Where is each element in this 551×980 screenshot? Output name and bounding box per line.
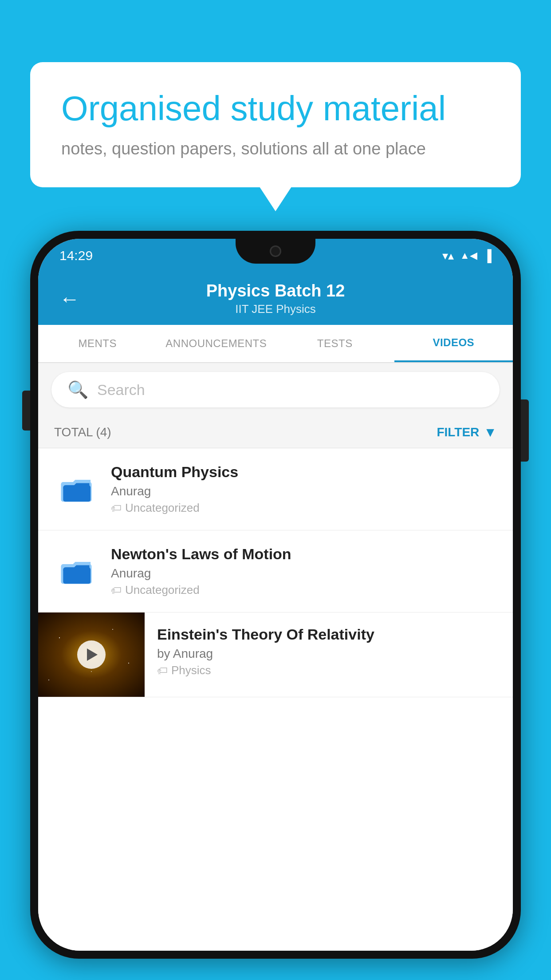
item-content: Einstein's Theory Of Relativity by Anura…: [145, 612, 513, 691]
tab-ments[interactable]: MENTS: [38, 325, 157, 362]
item-content: Newton's Laws of Motion Anurag 🏷 Uncateg…: [111, 545, 497, 597]
filter-row: TOTAL (4) FILTER ▼: [38, 416, 513, 448]
back-button[interactable]: ←: [59, 287, 80, 311]
play-icon: [87, 648, 98, 661]
bubble-subtitle: notes, question papers, solutions all at…: [61, 139, 490, 158]
tag-label: Uncategorized: [125, 583, 200, 597]
notch: [236, 239, 315, 264]
tag-icon: 🏷: [111, 502, 122, 514]
tabs-bar: MENTS ANNOUNCEMENTS TESTS VIDEOS: [38, 325, 513, 363]
tab-announcements[interactable]: ANNOUNCEMENTS: [157, 325, 276, 362]
item-title: Einstein's Theory Of Relativity: [157, 626, 500, 643]
signal-icon: ▲◀: [460, 250, 477, 261]
wifi-icon: ▾▴: [442, 249, 454, 263]
item-author: by Anurag: [157, 647, 500, 661]
item-tag: 🏷 Physics: [157, 664, 500, 677]
item-title: Newton's Laws of Motion: [111, 545, 497, 563]
play-button[interactable]: [77, 640, 106, 669]
list-item[interactable]: Quantum Physics Anurag 🏷 Uncategorized: [38, 448, 513, 530]
item-tag: 🏷 Uncategorized: [111, 501, 497, 515]
filter-funnel-icon: ▼: [484, 425, 497, 440]
status-time: 14:29: [59, 248, 93, 263]
status-icons: ▾▴ ▲◀ ▐: [442, 249, 492, 263]
item-content: Quantum Physics Anurag 🏷 Uncategorized: [111, 463, 497, 515]
item-author: Anurag: [111, 566, 497, 581]
tag-label: Physics: [171, 664, 211, 677]
search-bar[interactable]: 🔍 Search: [51, 372, 500, 407]
search-placeholder: Search: [97, 381, 145, 399]
total-label: TOTAL (4): [54, 425, 111, 439]
header-subtitle: IIT JEE Physics: [206, 302, 345, 316]
tag-icon: 🏷: [157, 664, 168, 677]
tab-tests[interactable]: TESTS: [276, 325, 394, 362]
video-thumbnail: [38, 612, 145, 697]
item-folder-icon: [54, 549, 98, 593]
list-area: Quantum Physics Anurag 🏷 Uncategorized: [38, 448, 513, 951]
header-title: Physics Batch 12: [206, 281, 345, 300]
phone-screen: 14:29 ▾▴ ▲◀ ▐ ← Physics Batch 12 IIT JEE…: [38, 239, 513, 951]
header-center: Physics Batch 12 IIT JEE Physics: [206, 281, 345, 316]
tag-label: Uncategorized: [125, 501, 200, 515]
item-folder-icon: [54, 467, 98, 511]
list-item[interactable]: Einstein's Theory Of Relativity by Anura…: [38, 612, 513, 697]
filter-label: FILTER: [437, 425, 479, 439]
search-icon: 🔍: [67, 380, 88, 399]
filter-button[interactable]: FILTER ▼: [437, 425, 497, 440]
speech-bubble: Organised study material notes, question…: [30, 62, 521, 187]
tag-icon: 🏷: [111, 584, 122, 597]
bubble-title: Organised study material: [61, 89, 490, 129]
list-item[interactable]: Newton's Laws of Motion Anurag 🏷 Uncateg…: [38, 530, 513, 612]
app-header: ← Physics Batch 12 IIT JEE Physics: [38, 273, 513, 325]
search-bar-container: 🔍 Search: [38, 363, 513, 416]
battery-icon: ▐: [484, 249, 492, 263]
item-title: Quantum Physics: [111, 463, 497, 481]
item-author: Anurag: [111, 484, 497, 498]
phone-wrapper: 14:29 ▾▴ ▲◀ ▐ ← Physics Batch 12 IIT JEE…: [30, 231, 521, 959]
camera-dot: [270, 245, 281, 257]
item-tag: 🏷 Uncategorized: [111, 583, 497, 597]
tab-videos[interactable]: VIDEOS: [394, 325, 513, 362]
phone-outer: 14:29 ▾▴ ▲◀ ▐ ← Physics Batch 12 IIT JEE…: [30, 231, 521, 959]
